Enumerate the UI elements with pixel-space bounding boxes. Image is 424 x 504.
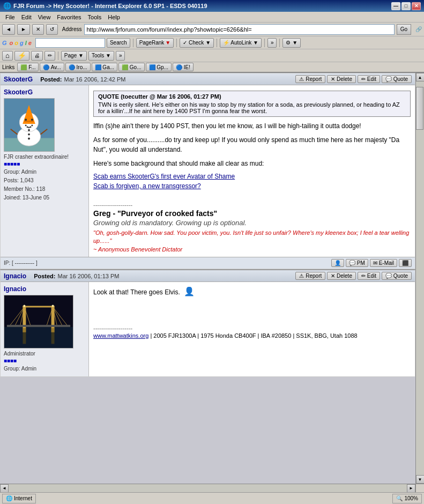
address-input[interactable] (84, 24, 395, 35)
delete-btn-0[interactable]: ✕ Delete (327, 75, 356, 83)
search-button[interactable]: Search (107, 38, 130, 48)
scroll-thumb-v[interactable] (416, 87, 423, 130)
tools-btn[interactable]: Tools ▼ (88, 51, 114, 61)
report-btn-0[interactable]: ⚠ Report (295, 75, 325, 83)
scroll-down-arrow[interactable]: ▼ (416, 475, 425, 484)
avatar-skooterg (4, 98, 55, 152)
maximize-button[interactable]: □ (401, 2, 411, 10)
user-info-ignacio: Group: Admin (4, 365, 85, 373)
page-btn[interactable]: Page ▼ (61, 51, 87, 61)
status-section-loading: 🌐 Internet (2, 494, 36, 503)
quote-btn-0[interactable]: 💬 Quote (382, 75, 412, 83)
close-button[interactable]: ✕ (412, 2, 421, 10)
post-link-0-1[interactable]: Scab is forgiven, a new transgressor? (93, 182, 411, 190)
quote-box-0: QUOTE (toecutter @ Mar 16 2006, 01:27 PM… (93, 91, 411, 117)
menu-edit[interactable]: Edit (18, 13, 35, 21)
posted-date-1: Mar 16 2006, 01:13 PM (57, 273, 119, 279)
link-ie[interactable]: 🔵 IE! (173, 63, 194, 71)
delete-btn-1[interactable]: ✕ Delete (327, 272, 356, 280)
sig-divider-1: -------------------- (93, 325, 411, 331)
report-btn-1[interactable]: ⚠ Report (295, 272, 325, 280)
link-f[interactable]: 🟩 F... (17, 63, 39, 71)
avatar-svg-skooterg (4, 98, 54, 152)
nav-feed[interactable]: ⚡ (14, 51, 29, 61)
minimize-button[interactable]: — (391, 2, 400, 10)
svg-point-11 (29, 126, 31, 128)
nav-home[interactable]: ⌂ (2, 51, 13, 61)
sig-link-ignacio: www.mattwatkins.org | 2005 FJR1300A | 19… (93, 332, 411, 339)
posted-label-1: Posted: (34, 273, 55, 279)
scroll-track-v[interactable] (416, 81, 424, 475)
quote-btn-1[interactable]: 💬 Quote (382, 272, 412, 280)
browser-content: SkooterG Posted: Mar 16 2006, 12:42 PM ⚠… (0, 73, 424, 492)
go-button[interactable]: Go (397, 24, 411, 35)
scrollbar-horizontal[interactable]: ◄ ► (0, 484, 415, 492)
address-bar: ◄ ► ✕ ↺ Address Go 🔗 (0, 23, 424, 36)
google-label6: e (28, 40, 32, 46)
post-footer-0: IP: [ ----------- ] 👤 💬 PM ✉ E-Mail ⬛ (1, 257, 415, 269)
profile-btn-0[interactable]: 👤 (331, 259, 344, 267)
google-search-input[interactable] (35, 38, 105, 48)
mini-btn-0[interactable]: ⬛ (399, 259, 412, 267)
scroll-left-arrow[interactable]: ◄ (0, 484, 9, 493)
username-ignacio[interactable]: Ignacio (4, 272, 26, 280)
scroll-track-h[interactable] (9, 484, 407, 492)
settings-button[interactable]: ⚙ ▼ (282, 38, 301, 48)
menu-file[interactable]: File (2, 13, 18, 21)
scroll-up-arrow[interactable]: ▲ (416, 73, 425, 81)
menu-help[interactable]: Help (105, 13, 123, 21)
edit-btn-0[interactable]: ✏ Edit (358, 75, 380, 83)
stop-button[interactable]: ✕ (32, 24, 44, 35)
user-info-skooterg: Group: Admin Posts: 1,043 Member No.: 11… (4, 168, 85, 202)
svg-point-7 (31, 118, 33, 121)
pm-btn-0[interactable]: 💬 PM (346, 259, 368, 267)
forward-button[interactable]: ► (17, 24, 30, 35)
back-button[interactable]: ◄ (2, 24, 15, 35)
svg-point-6 (25, 118, 27, 121)
menu-tools[interactable]: Tools (85, 13, 105, 21)
edit-btn[interactable]: ✏ (44, 51, 55, 61)
scrollbar-vertical[interactable]: ▲ ▼ (415, 73, 424, 484)
email-btn-0[interactable]: ✉ E-Mail (370, 259, 397, 267)
post-para-0-1: As for some of you..........do try and k… (93, 135, 411, 154)
sep5 (279, 39, 280, 47)
link-go[interactable]: 🟩 Go... (118, 63, 144, 71)
avatar-svg-ignacio (4, 295, 73, 349)
svg-point-33 (52, 305, 54, 307)
ie-icon: 🌐 (3, 2, 11, 10)
link-ga[interactable]: 🟦 Ga... (92, 63, 117, 71)
google-label2: o (10, 40, 13, 46)
scroll-right-arrow[interactable]: ► (407, 484, 415, 493)
svg-point-15 (28, 137, 30, 139)
google-label3: o (14, 40, 18, 46)
username-link-ignacio[interactable]: Ignacio (4, 285, 26, 293)
username-skooterg[interactable]: SkooterG (4, 76, 33, 83)
username-link-skooterg[interactable]: SkooterG (4, 88, 33, 96)
sig-name-0: Greg - "Purveyor of crooked facts" (93, 209, 411, 218)
post-link-0-0[interactable]: Scab earns SkooterG's first ever Avatar … (93, 173, 411, 180)
link-gp[interactable]: 🟦 Gp... (146, 63, 172, 71)
svg-point-14 (28, 134, 30, 136)
check-button[interactable]: ✓ Check ▼ (180, 38, 214, 48)
link-av[interactable]: 🔵 Av... (40, 63, 64, 71)
status-text: Internet (14, 495, 32, 501)
more2-btn[interactable]: » (116, 51, 125, 61)
post-para-0-0: Iffin (s)he ain't there by 1400 PST, the… (93, 121, 411, 131)
sig-tagline-0: Growing old is mandatory. Growing up is … (93, 219, 411, 227)
browser-window: 🌐 FJR Forum -> Hey Scooter! - Internet E… (0, 0, 424, 504)
link-iro[interactable]: 🔵 Iro... (65, 63, 91, 71)
refresh-button[interactable]: ↺ (46, 24, 58, 35)
post-content-skooterg: QUOTE (toecutter @ Mar 16 2006, 01:27 PM… (89, 85, 415, 257)
pagerank-button[interactable]: PageRank ▼ (136, 38, 174, 48)
edit-btn-1[interactable]: ✏ Edit (358, 272, 380, 280)
post-content-ignacio: Look at that! There goes Elvis. 👤 ------… (89, 282, 415, 376)
menu-favorites[interactable]: Favorites (54, 13, 84, 21)
sig-url-ignacio[interactable]: www.mattwatkins.org (93, 332, 148, 339)
autolink-button[interactable]: ⚡ AutoLink ▼ (220, 38, 262, 48)
posted-label-0: Posted: (40, 76, 62, 83)
more-button[interactable]: » (267, 38, 277, 48)
print-btn[interactable]: 🖨 (31, 51, 43, 61)
menu-view[interactable]: View (35, 13, 54, 21)
status-icon: 🌐 (6, 495, 12, 501)
svg-point-13 (28, 129, 30, 131)
